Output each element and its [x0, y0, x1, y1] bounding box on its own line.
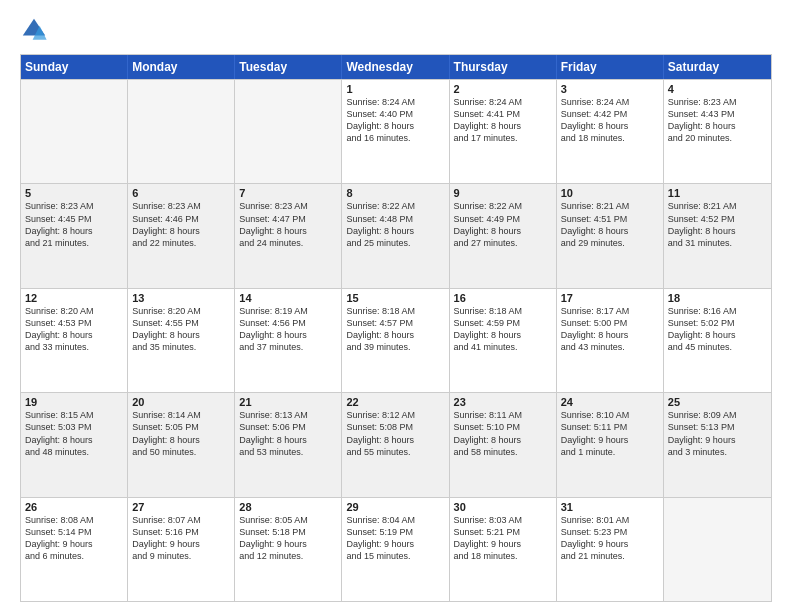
calendar-cell: 31Sunrise: 8:01 AM Sunset: 5:23 PM Dayli…	[557, 498, 664, 601]
day-number: 18	[668, 292, 767, 304]
calendar-cell: 29Sunrise: 8:04 AM Sunset: 5:19 PM Dayli…	[342, 498, 449, 601]
day-number: 13	[132, 292, 230, 304]
day-info: Sunrise: 8:04 AM Sunset: 5:19 PM Dayligh…	[346, 514, 444, 563]
calendar-cell: 1Sunrise: 8:24 AM Sunset: 4:40 PM Daylig…	[342, 80, 449, 183]
header-cell-saturday: Saturday	[664, 55, 771, 79]
calendar-cell: 9Sunrise: 8:22 AM Sunset: 4:49 PM Daylig…	[450, 184, 557, 287]
day-number: 27	[132, 501, 230, 513]
day-info: Sunrise: 8:16 AM Sunset: 5:02 PM Dayligh…	[668, 305, 767, 354]
calendar-cell: 26Sunrise: 8:08 AM Sunset: 5:14 PM Dayli…	[21, 498, 128, 601]
calendar-cell: 4Sunrise: 8:23 AM Sunset: 4:43 PM Daylig…	[664, 80, 771, 183]
day-number: 26	[25, 501, 123, 513]
calendar-cell	[664, 498, 771, 601]
calendar-cell	[235, 80, 342, 183]
calendar-cell: 15Sunrise: 8:18 AM Sunset: 4:57 PM Dayli…	[342, 289, 449, 392]
day-number: 28	[239, 501, 337, 513]
calendar-cell: 16Sunrise: 8:18 AM Sunset: 4:59 PM Dayli…	[450, 289, 557, 392]
header-cell-thursday: Thursday	[450, 55, 557, 79]
calendar-cell: 8Sunrise: 8:22 AM Sunset: 4:48 PM Daylig…	[342, 184, 449, 287]
calendar-cell: 5Sunrise: 8:23 AM Sunset: 4:45 PM Daylig…	[21, 184, 128, 287]
day-info: Sunrise: 8:12 AM Sunset: 5:08 PM Dayligh…	[346, 409, 444, 458]
day-number: 23	[454, 396, 552, 408]
calendar-cell: 19Sunrise: 8:15 AM Sunset: 5:03 PM Dayli…	[21, 393, 128, 496]
calendar-row-4: 19Sunrise: 8:15 AM Sunset: 5:03 PM Dayli…	[21, 392, 771, 496]
day-number: 3	[561, 83, 659, 95]
day-info: Sunrise: 8:17 AM Sunset: 5:00 PM Dayligh…	[561, 305, 659, 354]
day-number: 30	[454, 501, 552, 513]
day-info: Sunrise: 8:07 AM Sunset: 5:16 PM Dayligh…	[132, 514, 230, 563]
day-number: 2	[454, 83, 552, 95]
calendar-cell: 25Sunrise: 8:09 AM Sunset: 5:13 PM Dayli…	[664, 393, 771, 496]
day-number: 4	[668, 83, 767, 95]
header-cell-tuesday: Tuesday	[235, 55, 342, 79]
day-number: 31	[561, 501, 659, 513]
logo-icon	[20, 16, 48, 44]
day-number: 9	[454, 187, 552, 199]
day-number: 6	[132, 187, 230, 199]
page: SundayMondayTuesdayWednesdayThursdayFrid…	[0, 0, 792, 612]
header-cell-sunday: Sunday	[21, 55, 128, 79]
calendar-row-1: 1Sunrise: 8:24 AM Sunset: 4:40 PM Daylig…	[21, 79, 771, 183]
calendar-header: SundayMondayTuesdayWednesdayThursdayFrid…	[21, 55, 771, 79]
day-info: Sunrise: 8:23 AM Sunset: 4:45 PM Dayligh…	[25, 200, 123, 249]
calendar-cell: 14Sunrise: 8:19 AM Sunset: 4:56 PM Dayli…	[235, 289, 342, 392]
calendar-cell: 18Sunrise: 8:16 AM Sunset: 5:02 PM Dayli…	[664, 289, 771, 392]
calendar-cell	[128, 80, 235, 183]
day-info: Sunrise: 8:21 AM Sunset: 4:52 PM Dayligh…	[668, 200, 767, 249]
calendar-body: 1Sunrise: 8:24 AM Sunset: 4:40 PM Daylig…	[21, 79, 771, 601]
calendar: SundayMondayTuesdayWednesdayThursdayFrid…	[20, 54, 772, 602]
header-cell-friday: Friday	[557, 55, 664, 79]
calendar-cell: 12Sunrise: 8:20 AM Sunset: 4:53 PM Dayli…	[21, 289, 128, 392]
day-info: Sunrise: 8:18 AM Sunset: 4:59 PM Dayligh…	[454, 305, 552, 354]
day-number: 7	[239, 187, 337, 199]
day-info: Sunrise: 8:08 AM Sunset: 5:14 PM Dayligh…	[25, 514, 123, 563]
calendar-row-3: 12Sunrise: 8:20 AM Sunset: 4:53 PM Dayli…	[21, 288, 771, 392]
day-info: Sunrise: 8:10 AM Sunset: 5:11 PM Dayligh…	[561, 409, 659, 458]
calendar-cell: 21Sunrise: 8:13 AM Sunset: 5:06 PM Dayli…	[235, 393, 342, 496]
day-info: Sunrise: 8:23 AM Sunset: 4:46 PM Dayligh…	[132, 200, 230, 249]
day-info: Sunrise: 8:18 AM Sunset: 4:57 PM Dayligh…	[346, 305, 444, 354]
header-cell-wednesday: Wednesday	[342, 55, 449, 79]
calendar-row-2: 5Sunrise: 8:23 AM Sunset: 4:45 PM Daylig…	[21, 183, 771, 287]
calendar-cell: 6Sunrise: 8:23 AM Sunset: 4:46 PM Daylig…	[128, 184, 235, 287]
day-info: Sunrise: 8:01 AM Sunset: 5:23 PM Dayligh…	[561, 514, 659, 563]
day-number: 11	[668, 187, 767, 199]
day-number: 12	[25, 292, 123, 304]
day-info: Sunrise: 8:19 AM Sunset: 4:56 PM Dayligh…	[239, 305, 337, 354]
day-number: 20	[132, 396, 230, 408]
day-number: 29	[346, 501, 444, 513]
day-number: 8	[346, 187, 444, 199]
logo	[20, 16, 50, 44]
day-info: Sunrise: 8:05 AM Sunset: 5:18 PM Dayligh…	[239, 514, 337, 563]
day-info: Sunrise: 8:24 AM Sunset: 4:40 PM Dayligh…	[346, 96, 444, 145]
day-number: 16	[454, 292, 552, 304]
day-number: 24	[561, 396, 659, 408]
day-number: 14	[239, 292, 337, 304]
calendar-cell: 11Sunrise: 8:21 AM Sunset: 4:52 PM Dayli…	[664, 184, 771, 287]
day-info: Sunrise: 8:03 AM Sunset: 5:21 PM Dayligh…	[454, 514, 552, 563]
day-number: 10	[561, 187, 659, 199]
day-number: 22	[346, 396, 444, 408]
calendar-cell: 7Sunrise: 8:23 AM Sunset: 4:47 PM Daylig…	[235, 184, 342, 287]
day-number: 15	[346, 292, 444, 304]
calendar-cell: 24Sunrise: 8:10 AM Sunset: 5:11 PM Dayli…	[557, 393, 664, 496]
day-info: Sunrise: 8:13 AM Sunset: 5:06 PM Dayligh…	[239, 409, 337, 458]
day-number: 25	[668, 396, 767, 408]
day-info: Sunrise: 8:11 AM Sunset: 5:10 PM Dayligh…	[454, 409, 552, 458]
calendar-cell: 27Sunrise: 8:07 AM Sunset: 5:16 PM Dayli…	[128, 498, 235, 601]
day-number: 1	[346, 83, 444, 95]
day-info: Sunrise: 8:20 AM Sunset: 4:53 PM Dayligh…	[25, 305, 123, 354]
calendar-row-5: 26Sunrise: 8:08 AM Sunset: 5:14 PM Dayli…	[21, 497, 771, 601]
calendar-cell: 17Sunrise: 8:17 AM Sunset: 5:00 PM Dayli…	[557, 289, 664, 392]
calendar-cell: 3Sunrise: 8:24 AM Sunset: 4:42 PM Daylig…	[557, 80, 664, 183]
header-cell-monday: Monday	[128, 55, 235, 79]
day-info: Sunrise: 8:23 AM Sunset: 4:43 PM Dayligh…	[668, 96, 767, 145]
day-info: Sunrise: 8:23 AM Sunset: 4:47 PM Dayligh…	[239, 200, 337, 249]
calendar-cell: 30Sunrise: 8:03 AM Sunset: 5:21 PM Dayli…	[450, 498, 557, 601]
day-info: Sunrise: 8:14 AM Sunset: 5:05 PM Dayligh…	[132, 409, 230, 458]
day-number: 17	[561, 292, 659, 304]
day-number: 19	[25, 396, 123, 408]
calendar-cell: 10Sunrise: 8:21 AM Sunset: 4:51 PM Dayli…	[557, 184, 664, 287]
day-info: Sunrise: 8:15 AM Sunset: 5:03 PM Dayligh…	[25, 409, 123, 458]
day-info: Sunrise: 8:21 AM Sunset: 4:51 PM Dayligh…	[561, 200, 659, 249]
